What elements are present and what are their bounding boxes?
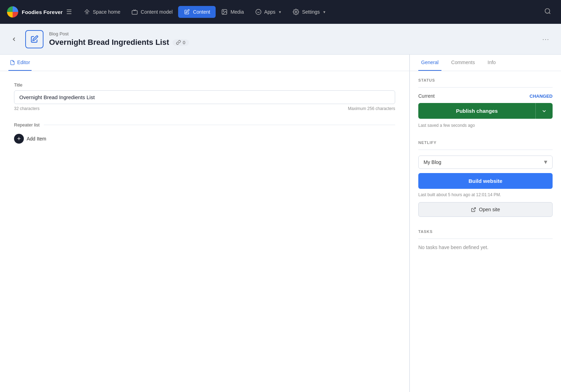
build-website-button[interactable]: Build website (418, 173, 553, 189)
more-options-button[interactable]: ⋯ (539, 32, 553, 46)
content-type-label: Blog Post (49, 31, 534, 36)
publish-button[interactable]: Publish changes (418, 103, 535, 119)
svg-rect-0 (132, 11, 137, 14)
tab-comments[interactable]: Comments (448, 55, 478, 71)
status-current-label: Current (418, 93, 435, 99)
repeater-divider (44, 125, 395, 125)
tab-info-label: Info (488, 60, 496, 65)
char-max: Maximum 256 characters (348, 106, 395, 111)
settings-icon (293, 9, 299, 15)
last-saved-text: Last saved a few seconds ago (418, 123, 553, 128)
editor-tab-label: Editor (17, 60, 30, 65)
title-text: Overnight Bread Ingredients List (49, 38, 169, 47)
content-icon-nav (184, 9, 190, 15)
main-layout: Editor Title 32 characters Maximum 256 c… (0, 55, 561, 392)
open-site-button[interactable]: Open site (418, 202, 553, 217)
header-text-block: Blog Post Overnight Bread Ingredients Li… (49, 31, 534, 47)
svg-point-2 (223, 11, 224, 11)
top-navigation: Foodies Forever ☰ Space home Content mod… (0, 0, 561, 24)
tab-comments-label: Comments (451, 60, 475, 65)
add-item-label: Add Item (27, 136, 46, 142)
nav-content[interactable]: Content (178, 6, 216, 18)
nav-space-home[interactable]: Space home (78, 6, 126, 18)
blog-select[interactable]: My Blog (418, 156, 553, 169)
repeater-label: Repeater list (14, 122, 395, 128)
nav-space-home-label: Space home (93, 9, 121, 15)
add-item-button[interactable]: + Add Item (14, 131, 395, 146)
page-title: Overnight Bread Ingredients List 0 (49, 38, 534, 47)
status-badge: CHANGED (529, 94, 553, 99)
repeater-label-text: Repeater list (14, 122, 40, 128)
right-tabs: General Comments Info (410, 55, 561, 71)
logo-icon (7, 6, 18, 18)
tasks-section: TASKS No tasks have been defined yet. (418, 224, 553, 250)
nav-media[interactable]: Media (216, 6, 249, 18)
home-icon (84, 9, 90, 15)
status-section-label: STATUS (418, 78, 553, 82)
no-tasks-text: No tasks have been defined yet. (418, 245, 553, 250)
page-header: Blog Post Overnight Bread Ingredients Li… (0, 24, 561, 55)
nav-content-model[interactable]: Content model (126, 6, 178, 18)
tasks-section-label: TASKS (418, 229, 553, 234)
nav-content-label: Content (193, 9, 210, 15)
app-name: Foodies Forever (22, 9, 63, 15)
status-row: Current CHANGED (418, 93, 553, 99)
nav-content-model-label: Content model (141, 9, 173, 15)
editor-panel: Editor Title 32 characters Maximum 256 c… (0, 55, 410, 392)
tasks-divider (418, 239, 553, 239)
title-label: Title (14, 82, 395, 88)
repeater-section: Repeater list + Add Item (14, 122, 395, 146)
app-logo[interactable]: Foodies Forever (7, 6, 63, 18)
title-input[interactable] (14, 90, 395, 104)
tab-general[interactable]: General (418, 55, 441, 71)
publish-button-wrap: Publish changes (418, 103, 553, 119)
status-section: STATUS Current CHANGED Publish changes L… (418, 71, 553, 128)
netlify-section: NETLIFY My Blog ▼ Build website Last bui… (418, 135, 553, 217)
apps-icon (255, 9, 262, 15)
nav-apps[interactable]: Apps ▼ (250, 6, 288, 18)
media-icon (221, 9, 228, 15)
nav-apps-label: Apps (264, 9, 276, 15)
link-icon (176, 40, 181, 45)
apps-dropdown-icon: ▼ (278, 10, 282, 14)
svg-point-4 (545, 8, 550, 13)
nav-settings[interactable]: Settings ▼ (287, 6, 332, 18)
menu-icon[interactable]: ☰ (66, 8, 72, 16)
search-icon[interactable] (541, 5, 554, 19)
link-badge[interactable]: 0 (173, 39, 189, 46)
editor-tabs: Editor (0, 55, 409, 71)
svg-line-5 (473, 207, 475, 210)
status-divider (418, 87, 553, 88)
editor-form: Title 32 characters Maximum 256 characte… (0, 71, 409, 158)
link-count: 0 (183, 40, 185, 45)
nav-settings-label: Settings (302, 9, 320, 15)
open-site-label: Open site (479, 207, 500, 212)
char-count: 32 characters (14, 106, 40, 111)
right-panel: General Comments Info STATUS Current CHA… (410, 55, 561, 392)
netlify-divider (418, 150, 553, 150)
field-meta: 32 characters Maximum 256 characters (14, 106, 395, 111)
tab-editor[interactable]: Editor (8, 55, 32, 71)
svg-point-3 (295, 11, 297, 13)
tab-info[interactable]: Info (485, 55, 499, 71)
netlify-section-label: NETLIFY (418, 140, 553, 145)
tab-general-label: General (421, 60, 439, 65)
last-built-text: Last built about 5 hours ago at 12:01:14… (418, 192, 553, 197)
back-button[interactable] (8, 34, 20, 45)
title-field-group: Title 32 characters Maximum 256 characte… (14, 82, 395, 111)
nav-media-label: Media (230, 9, 244, 15)
publish-dropdown-button[interactable] (535, 103, 553, 119)
right-content: STATUS Current CHANGED Publish changes L… (410, 71, 561, 392)
content-type-icon (25, 30, 43, 48)
add-circle-icon: + (14, 134, 24, 144)
chevron-down-icon (541, 108, 547, 114)
settings-dropdown-icon: ▼ (323, 10, 326, 14)
external-link-icon (471, 207, 476, 212)
editor-tab-icon (10, 60, 15, 65)
blog-select-wrap: My Blog ▼ (418, 156, 553, 169)
content-model-icon (131, 9, 138, 15)
